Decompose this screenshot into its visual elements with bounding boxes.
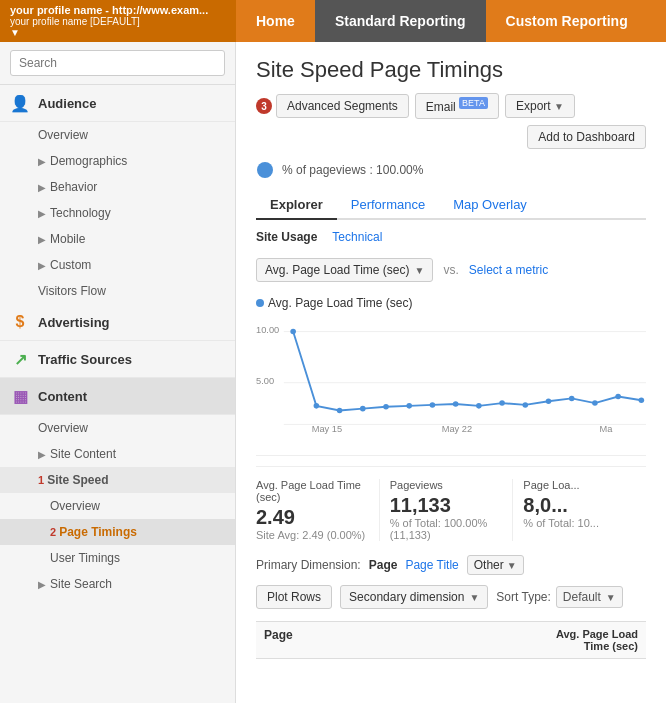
tab-performance[interactable]: Performance — [337, 191, 439, 220]
sidebar-sub-site-speed[interactable]: 1 Site Speed — [0, 467, 235, 493]
line-chart: 10.00 5.00 — [256, 318, 646, 438]
subtab-technical[interactable]: Technical — [332, 230, 382, 244]
svg-point-6 — [290, 329, 296, 335]
sidebar-site-speed-label: Site Speed — [47, 473, 108, 487]
svg-point-10 — [383, 404, 389, 410]
stat-avg-load-label: Avg. Page Load Time (sec) — [256, 479, 369, 503]
chart-title: Avg. Page Load Time (sec) — [256, 296, 646, 310]
svg-point-8 — [337, 408, 343, 414]
svg-point-15 — [499, 400, 505, 406]
sidebar-custom-label: Custom — [50, 258, 91, 272]
technology-arrow: ▶ — [38, 208, 46, 219]
svg-text:May 22: May 22 — [442, 424, 472, 434]
svg-text:May 15: May 15 — [312, 424, 342, 434]
add-dashboard-button[interactable]: Add to Dashboard — [527, 125, 646, 149]
profile-default-text: your profile name [DEFAULT] — [10, 16, 226, 27]
search-box — [0, 42, 235, 85]
svg-text:Ma: Ma — [600, 424, 614, 434]
primary-dimension-row: Primary Dimension: Page Page Title Other… — [256, 555, 646, 575]
stat-avg-load-value: 2.49 — [256, 506, 369, 529]
sidebar-sub-overview-content[interactable]: Overview — [0, 415, 235, 441]
sidebar-item-audience[interactable]: 👤 Audience — [0, 85, 235, 122]
site-speed-badge: 1 — [38, 474, 44, 486]
stat-avg-page-load: Avg. Page Load Time (sec) 2.49 Site Avg:… — [256, 479, 380, 541]
svg-point-7 — [314, 403, 320, 409]
sidebar-sub-visitors-flow[interactable]: Visitors Flow — [0, 278, 235, 304]
profile-dropdown-icon: ▼ — [10, 27, 226, 38]
sidebar-content-label: Content — [38, 389, 87, 404]
sidebar-user-timings-label: User Timings — [50, 551, 120, 565]
dim-page-title-link[interactable]: Page Title — [405, 558, 458, 572]
page-title: Site Speed Page Timings — [256, 57, 646, 83]
svg-point-19 — [592, 400, 598, 406]
sidebar-item-traffic-sources[interactable]: ↗ Traffic Sources — [0, 341, 235, 378]
stat-pageviews: Pageviews 11,133 % of Total: 100.00% (11… — [380, 479, 514, 541]
mobile-arrow: ▶ — [38, 234, 46, 245]
sidebar-sub-site-search[interactable]: ▶ Site Search — [0, 571, 235, 597]
sidebar-demographics-label: Demographics — [50, 154, 127, 168]
sidebar-sub-page-timings[interactable]: 2 Page Timings — [0, 519, 235, 545]
behavior-arrow: ▶ — [38, 182, 46, 193]
table-header: Page Avg. Page Load Time (sec) — [256, 621, 646, 659]
pageviews-label: % of pageviews : 100.00% — [282, 163, 423, 177]
dim-page-link[interactable]: Page — [369, 558, 398, 572]
subtab-site-usage[interactable]: Site Usage — [256, 230, 317, 244]
sidebar-sub-technology[interactable]: ▶ Technology — [0, 200, 235, 226]
tab-explorer[interactable]: Explorer — [256, 191, 337, 220]
stat-extra-sub: % of Total: 10... — [523, 517, 636, 529]
traffic-icon: ↗ — [10, 349, 30, 369]
svg-point-18 — [569, 396, 575, 402]
sidebar-item-advertising[interactable]: $ Advertising — [0, 304, 235, 341]
sidebar-item-content[interactable]: ▦ Content — [0, 378, 235, 415]
sidebar-sub-site-content[interactable]: ▶ Site Content — [0, 441, 235, 467]
sidebar-site-content-label: Site Content — [50, 447, 116, 461]
sidebar-sub-overview-audience[interactable]: Overview — [0, 122, 235, 148]
main-layout: 👤 Audience Overview ▶ Demographics ▶ Beh… — [0, 42, 666, 703]
sidebar-technology-label: Technology — [50, 206, 111, 220]
secondary-dim-dropdown[interactable]: Secondary dimension ▼ — [340, 585, 488, 609]
vs-text: vs. — [443, 263, 458, 277]
sidebar-visitors-flow-label: Visitors Flow — [38, 284, 106, 298]
metric-dropdown-arrow-icon: ▼ — [415, 265, 425, 276]
nav-links: Home Standard Reporting Custom Reporting — [236, 0, 666, 42]
dim-other-label: Other — [474, 558, 504, 572]
sidebar-advertising-label: Advertising — [38, 315, 110, 330]
sidebar-sub-mobile[interactable]: ▶ Mobile — [0, 226, 235, 252]
export-button[interactable]: Export ▼ — [505, 94, 575, 118]
sidebar-sub-behavior[interactable]: ▶ Behavior — [0, 174, 235, 200]
svg-point-13 — [453, 401, 459, 407]
site-search-arrow: ▶ — [38, 579, 46, 590]
stat-extra-label: Page Loa... — [523, 479, 636, 491]
pie-chart-icon — [256, 161, 274, 179]
sidebar-section-traffic: ↗ Traffic Sources — [0, 341, 235, 378]
email-button[interactable]: Email BETA — [415, 93, 499, 119]
plot-rows-button[interactable]: Plot Rows — [256, 585, 332, 609]
main-tabs: Explorer Performance Map Overlay — [256, 191, 646, 220]
select-metric-link[interactable]: Select a metric — [469, 263, 548, 277]
dim-other-dropdown[interactable]: Other ▼ — [467, 555, 524, 575]
sidebar-behavior-label: Behavior — [50, 180, 97, 194]
secondary-dim-arrow-icon: ▼ — [469, 592, 479, 603]
metric-dropdown[interactable]: Avg. Page Load Time (sec) ▼ — [256, 258, 433, 282]
svg-point-21 — [639, 398, 645, 404]
sidebar-sub-user-timings[interactable]: User Timings — [0, 545, 235, 571]
sort-default-label: Default — [563, 590, 601, 604]
nav-standard-reporting[interactable]: Standard Reporting — [315, 0, 486, 42]
sidebar: 👤 Audience Overview ▶ Demographics ▶ Beh… — [0, 42, 236, 703]
sidebar-sub-demographics[interactable]: ▶ Demographics — [0, 148, 235, 174]
toolbar: 3 Advanced Segments Email BETA Export ▼ … — [256, 93, 646, 149]
advanced-segments-button[interactable]: Advanced Segments — [276, 94, 409, 118]
email-label: Email — [426, 100, 456, 114]
search-input[interactable] — [10, 50, 225, 76]
sidebar-traffic-label: Traffic Sources — [38, 352, 132, 367]
profile-section[interactable]: your profile name - http://www.exam... y… — [0, 0, 236, 42]
nav-custom-reporting[interactable]: Custom Reporting — [486, 0, 648, 42]
sidebar-sub-site-speed-overview[interactable]: Overview — [0, 493, 235, 519]
tab-map-overlay[interactable]: Map Overlay — [439, 191, 541, 220]
svg-point-14 — [476, 403, 482, 409]
sidebar-sub-custom[interactable]: ▶ Custom — [0, 252, 235, 278]
chart-svg: 10.00 5.00 — [256, 318, 646, 448]
nav-home[interactable]: Home — [236, 0, 315, 42]
stats-row: Avg. Page Load Time (sec) 2.49 Site Avg:… — [256, 466, 646, 541]
sort-default-dropdown[interactable]: Default ▼ — [556, 586, 623, 608]
